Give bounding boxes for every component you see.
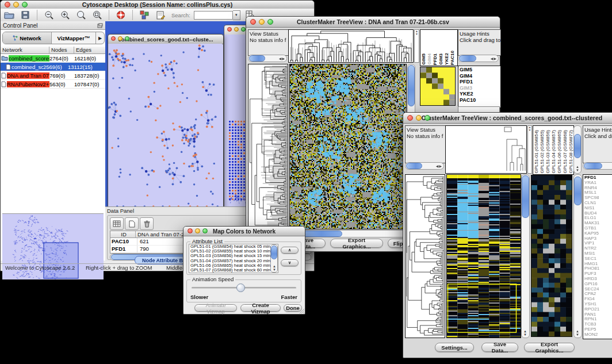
column-label[interactable]: PFD1 [433, 53, 438, 65]
scroll-arrows-icon[interactable]: ◀▶ [491, 56, 497, 60]
row-label[interactable]: YKE2 [460, 91, 499, 97]
treeview2-zoom-heatmap[interactable] [531, 175, 572, 337]
minimize-button[interactable] [13, 2, 19, 7]
treeview1-row-dendrogram[interactable] [248, 64, 288, 229]
animate-vizmap-button[interactable]: Animate Vizmap [194, 304, 237, 312]
scrollbar-thumb[interactable] [249, 55, 265, 62]
zoom-button[interactable] [424, 115, 430, 121]
treeview2-titlebar[interactable]: ClusterMaker TreeView : combined_scores_… [403, 113, 612, 124]
network-row[interactable]: combined_scores 2764(0) 16218(0) [1, 54, 105, 63]
annotation-button[interactable] [154, 9, 167, 21]
search-input[interactable] [194, 11, 233, 20]
treeview2-row-dendrogram[interactable] [405, 174, 445, 338]
tab-vizmapper[interactable]: VizMapper™ [52, 32, 95, 44]
zoom-out-button[interactable] [43, 9, 55, 21]
dialog-titlebar[interactable]: Map Colors to Network [183, 227, 305, 236]
column-label[interactable]: GPL51-08 (GSM872) [568, 130, 573, 174]
column-header-edges[interactable]: Edges [74, 47, 105, 54]
zoom-button[interactable] [267, 19, 273, 25]
column-label[interactable]: GPL51-02 (GSM855) [540, 130, 545, 174]
open-session-button[interactable] [3, 9, 16, 21]
scrollbar-thumb[interactable] [406, 163, 422, 169]
zoom-fit-button[interactable] [91, 9, 104, 21]
row-label[interactable]: GIM4 [460, 73, 499, 79]
delete-attribute-button[interactable] [140, 217, 154, 230]
zoom-button[interactable] [125, 36, 129, 41]
scroll-arrows-icon[interactable]: ▲▼ [576, 165, 580, 172]
treeview2-column-dendrogram[interactable] [445, 125, 527, 174]
column-label[interactable]: GIM4 [427, 53, 432, 65]
scroll-arrows-icon[interactable]: ▲▼ [523, 329, 527, 336]
zoom-selected-button[interactable] [75, 9, 87, 21]
export-graphics-button[interactable]: Export Graphics... [330, 239, 383, 248]
close-button[interactable] [227, 27, 232, 32]
save-session-button[interactable] [19, 9, 32, 21]
treeview1-status-scrollbar[interactable]: ◀▶ [248, 55, 287, 62]
treeview2-collabel-scrollbar[interactable]: ▲▼ [573, 125, 582, 174]
network-row[interactable]: RNAPuberNov2+ 563(0) 107847(0) [1, 80, 105, 89]
treeview2-status-scrollbar[interactable]: ◀▶ [405, 162, 444, 170]
row-label[interactable]: GIM5 [460, 67, 499, 73]
zoom-in-button[interactable] [59, 9, 71, 21]
close-button[interactable] [407, 115, 413, 121]
scroll-arrows-icon[interactable]: ▲▼ [273, 265, 277, 271]
treeview2-genelist-scrollbar[interactable]: ▲▼ [573, 174, 582, 338]
close-button[interactable] [250, 19, 256, 25]
column-label[interactable]: GPL51-04 (GSM857) [551, 130, 556, 174]
scroll-arrows-icon[interactable]: ◀▶ [436, 164, 442, 168]
treeview1-titlebar[interactable]: ClusterMaker TreeView : DNA and Tran 07-… [246, 17, 500, 28]
resize-grip-icon[interactable] [299, 308, 304, 313]
treeview2-heatmap-vscrollbar[interactable]: ▲▼ [521, 174, 530, 338]
id-column-header[interactable]: ID [110, 231, 136, 238]
close-button[interactable] [188, 228, 193, 233]
vizmapper-button[interactable] [138, 9, 151, 21]
minimize-button[interactable] [195, 228, 200, 233]
treeview1-column-dendrogram[interactable] [288, 29, 414, 63]
row-label[interactable]: GIM3 [460, 85, 499, 91]
scrollbar-thumb[interactable] [271, 246, 277, 259]
network-window-1-titlebar[interactable]: combined_scores_good.txt--cluste... [108, 35, 223, 44]
row-label[interactable]: PFD1 [460, 79, 499, 85]
treeview1-hints-scrollbar[interactable]: ◀▶ [458, 55, 499, 62]
column-header-network[interactable]: Network [1, 47, 49, 54]
network-view-canvas[interactable] [108, 44, 222, 209]
create-vizmap-button[interactable]: Create Vizmap [240, 304, 281, 312]
treeview1-heatmap[interactable] [289, 64, 407, 229]
minimize-button[interactable] [259, 19, 265, 25]
zoom-button[interactable] [241, 27, 246, 32]
close-button[interactable] [5, 2, 10, 7]
tab-network[interactable]: Network [3, 32, 52, 44]
attribute-list-scrollbar[interactable]: ▲▼ [270, 244, 278, 273]
move-down-button[interactable]: ∨ [281, 259, 299, 266]
new-attribute-button[interactable] [125, 217, 139, 230]
zoom-button[interactable] [202, 228, 208, 233]
treeview1-mini-scroll-strip[interactable]: ▲▼ [414, 29, 419, 63]
float-panel-icon[interactable] [97, 23, 103, 28]
column-label[interactable]: GPL51-07 (GSM868) [563, 130, 568, 174]
scrollbar-thumb[interactable] [574, 177, 582, 205]
help-button[interactable] [114, 9, 127, 21]
treeview2-heatmap[interactable] [446, 174, 521, 338]
network-row[interactable]: DNA and Tran 07 769(0) 183728(0) [1, 71, 105, 80]
close-button[interactable] [111, 36, 116, 41]
scrollbar-thumb[interactable] [522, 175, 529, 218]
attribute-list-item[interactable]: GPL51-07 (GSM868) heat shock 60 min [190, 268, 278, 273]
scrollbar-thumb[interactable] [584, 163, 602, 169]
main-titlebar[interactable]: Cytoscape Desktop (Session Name: collins… [1, 1, 314, 9]
column-label[interactable]: GPL51-01 (GSM854) [534, 130, 539, 174]
scrollbar-thumb[interactable] [459, 55, 476, 62]
tabs-overflow-button[interactable]: ▶ [95, 32, 104, 44]
treeview2-mini-scroll-strip[interactable]: ▲▼ [527, 125, 532, 174]
treeview1-submatrix[interactable] [420, 67, 456, 106]
column-label[interactable]: GPL51-06 (GSM865) [557, 130, 562, 174]
save-data-button[interactable]: Save Data... [481, 343, 518, 352]
treeview2-hints-scrollbar[interactable] [583, 162, 612, 170]
network-row-selected[interactable]: combined_sco 2569(6) 13112(15) [1, 63, 105, 71]
column-label[interactable]: GIM5 [421, 53, 426, 65]
scrollbar-thumb[interactable] [408, 65, 415, 106]
speed-slider-thumb[interactable] [236, 283, 245, 292]
scroll-arrows-icon[interactable]: ▲▼ [576, 329, 580, 336]
minimize-button[interactable] [118, 36, 123, 41]
column-header-nodes[interactable]: Nodes [49, 47, 74, 54]
minimize-button[interactable] [416, 115, 422, 121]
